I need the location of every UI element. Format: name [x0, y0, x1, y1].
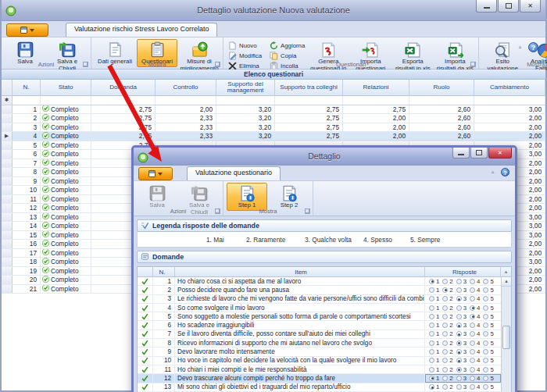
application-menu-button[interactable]: [6, 23, 48, 37]
table-row[interactable]: 3Completo2,752,333,202,752,002,602,00: [2, 123, 545, 133]
answer-radio-4[interactable]: 4: [470, 366, 480, 373]
answer-radio-1[interactable]: 1: [429, 366, 439, 373]
answer-radio-5[interactable]: 5: [483, 357, 493, 364]
answer-radio-5[interactable]: 5: [483, 340, 493, 347]
question-row[interactable]: 12Devo trascurare alcuni compiti perché …: [138, 374, 501, 383]
question-row[interactable]: 3Le richieste di lavoro che mi vengono f…: [138, 295, 501, 304]
answer-radio-1[interactable]: 1: [429, 278, 439, 285]
question-row[interactable]: 11Ho chiari i miei compiti e le mie resp…: [138, 365, 501, 374]
answer-radio-1[interactable]: 1: [429, 305, 439, 312]
maximize-button[interactable]: [498, 0, 519, 12]
answer-radio-3[interactable]: 3: [456, 366, 467, 373]
answer-radio-3[interactable]: 3: [456, 322, 467, 329]
answer-radio-2[interactable]: 2: [442, 348, 452, 355]
question-row[interactable]: 6Ho scadenze irraggiungibili12345: [138, 321, 501, 330]
answer-radio-5[interactable]: 5: [483, 313, 493, 320]
dialog-minimize-button[interactable]: [452, 148, 470, 159]
column-header-domanda[interactable]: Domanda: [91, 80, 156, 95]
question-row[interactable]: 8Ricevo informazioni di supporto che mi …: [138, 339, 501, 347]
dialog-launcher-icon[interactable]: [215, 208, 220, 214]
column-header-relazioni[interactable]: Relazioni: [343, 80, 409, 95]
column-header-supporto-tra-colleghi[interactable]: Supporto tra colleghi: [275, 80, 343, 95]
answer-radio-2[interactable]: 2: [442, 305, 452, 312]
table-row[interactable]: 2Completo2,752,333,202,752,002,602,00: [2, 114, 545, 123]
question-row[interactable]: 4So come svolgere il mio lavoro12345: [138, 304, 501, 312]
column-header-n[interactable]: N.: [153, 267, 175, 276]
question-row[interactable]: 2Posso decidere quando fare una pausa123…: [138, 286, 501, 294]
answer-radio-5[interactable]: 5: [483, 366, 493, 373]
answer-radio-3[interactable]: 3: [456, 287, 467, 294]
answer-radio-3[interactable]: 3: [456, 278, 467, 285]
answer-radio-2[interactable]: 2: [442, 366, 452, 373]
answer-radio-1[interactable]: 1: [429, 322, 439, 329]
answer-radio-3[interactable]: 3: [456, 375, 467, 382]
legend-panel-header[interactable]: Legenda risposte delle domande: [137, 219, 512, 232]
dialog-application-menu-button[interactable]: [138, 167, 173, 180]
minimize-button[interactable]: [476, 0, 497, 12]
answer-radio-4[interactable]: 4: [470, 383, 480, 390]
answer-radio-5[interactable]: 5: [483, 348, 493, 355]
answer-radio-4[interactable]: 4: [470, 295, 480, 302]
answer-radio-5[interactable]: 5: [483, 287, 493, 294]
tab-valutazione-rischio[interactable]: Valutazione rischio Stress Lavoro Correl…: [66, 23, 217, 37]
answer-radio-4[interactable]: 4: [470, 330, 480, 337]
collapse-ribbon-icon[interactable]: ▵: [517, 45, 524, 50]
answer-radio-5[interactable]: 5: [483, 375, 493, 382]
column-header-stato[interactable]: Stato: [41, 80, 91, 95]
collapse-ribbon-icon[interactable]: ▵: [489, 169, 496, 175]
answer-radio-2[interactable]: 2: [442, 375, 452, 382]
answer-radio-4[interactable]: 4: [470, 287, 480, 294]
table-row[interactable]: 1Completo2,752,003,202,752,752,603,00: [2, 105, 545, 115]
answer-radio-1[interactable]: 1: [429, 348, 439, 355]
dialog-help-button[interactable]: ?: [501, 168, 509, 176]
ribbon-button-aggiorna[interactable]: Aggiorna: [268, 41, 306, 51]
answer-radio-1[interactable]: 1: [429, 295, 439, 302]
answer-radio-2[interactable]: 2: [442, 340, 452, 347]
answer-radio-5[interactable]: 5: [483, 305, 493, 312]
answer-radio-1[interactable]: 1: [429, 287, 439, 294]
column-header-item[interactable]: Item: [175, 267, 425, 276]
answer-radio-4[interactable]: 4: [470, 375, 480, 382]
help-button[interactable]: ?: [528, 42, 538, 52]
tab-valutazione-questionario[interactable]: Valutazione questionario: [187, 166, 281, 180]
answer-radio-1[interactable]: 1: [429, 340, 439, 347]
answer-radio-4[interactable]: 4: [470, 278, 480, 285]
dialog-launcher-icon[interactable]: [215, 62, 220, 67]
dialog-launcher-icon[interactable]: [305, 208, 310, 214]
question-row[interactable]: 1Ho chiaro cosa ci si aspetta da me al l…: [138, 277, 501, 286]
column-header-controllo[interactable]: Controllo: [156, 80, 216, 95]
answer-radio-5[interactable]: 5: [483, 322, 493, 329]
question-row[interactable]: 9Devo lavorare molto intensamente12345: [138, 347, 501, 356]
answer-radio-1[interactable]: 1: [429, 313, 439, 320]
grid-new-item-row[interactable]: ✱: [2, 96, 545, 105]
scrollbar-thumb[interactable]: [502, 326, 510, 349]
answer-radio-1[interactable]: 1: [429, 375, 439, 382]
answer-radio-4[interactable]: 4: [470, 322, 480, 329]
question-row[interactable]: 5Sono soggetto a molestie personali sott…: [138, 312, 501, 321]
answer-radio-3[interactable]: 3: [456, 348, 467, 355]
answer-radio-1[interactable]: 1: [429, 330, 439, 337]
answer-radio-2[interactable]: 2: [442, 322, 452, 329]
domande-panel-header[interactable]: Domande: [137, 251, 512, 263]
questions-scrollbar[interactable]: ▲: [501, 277, 511, 392]
answer-radio-4[interactable]: 4: [470, 357, 480, 364]
answer-radio-5[interactable]: 5: [483, 278, 493, 285]
answer-radio-2[interactable]: 2: [442, 330, 452, 337]
ribbon-button-nuovo[interactable]: Nuovo: [227, 41, 263, 51]
answer-radio-4[interactable]: 4: [470, 348, 480, 355]
dialog-maximize-button[interactable]: [470, 148, 488, 159]
column-header-cambiamento[interactable]: Cambiamento: [474, 80, 545, 95]
answer-radio-5[interactable]: 5: [483, 383, 493, 390]
answer-radio-4[interactable]: 4: [470, 340, 480, 347]
answer-radio-2[interactable]: 2: [442, 287, 452, 294]
answer-radio-3[interactable]: 3: [456, 340, 467, 347]
column-header-supporto-del-management[interactable]: Supporto del management: [216, 80, 275, 95]
close-button[interactable]: ✕: [520, 0, 541, 12]
table-row[interactable]: ▶4Completo2,752,333,202,752,002,602,00: [2, 132, 545, 141]
answer-radio-1[interactable]: 1: [429, 383, 439, 390]
column-header-risposte[interactable]: Risposte: [425, 267, 501, 276]
scroll-up-icon[interactable]: ▲: [502, 277, 511, 287]
answer-radio-2[interactable]: 2: [442, 295, 452, 302]
column-header-ruolo[interactable]: Ruolo: [409, 80, 474, 95]
answer-radio-2[interactable]: 2: [442, 357, 452, 364]
